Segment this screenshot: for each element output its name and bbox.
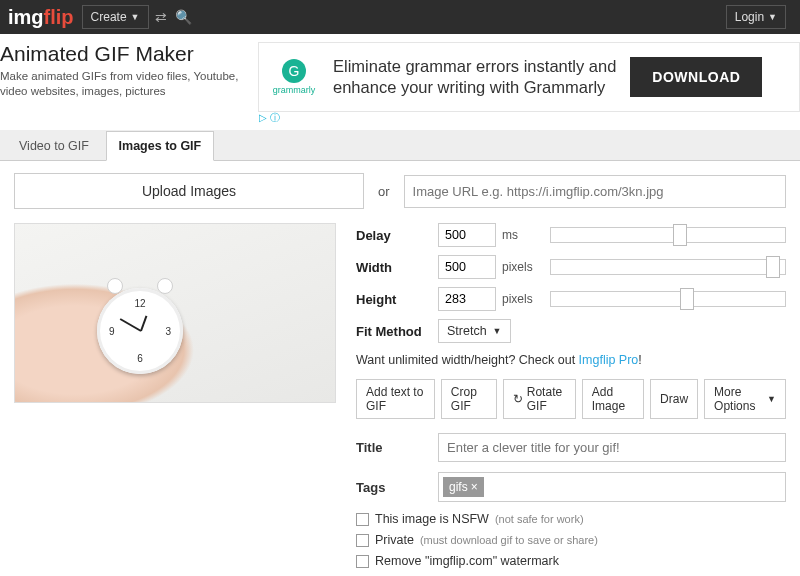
delay-input[interactable]: [438, 223, 496, 247]
chevron-down-icon: ▼: [768, 12, 777, 22]
pro-note: Want unlimited width/height? Check out I…: [356, 353, 786, 367]
or-label: or: [378, 184, 390, 199]
rotate-icon: ↻: [513, 392, 523, 406]
chevron-down-icon: ▼: [767, 394, 776, 404]
page-subtitle: Make animated GIFs from video files, You…: [0, 69, 252, 99]
title-label: Title: [356, 440, 438, 455]
rotate-button[interactable]: ↻Rotate GIF: [503, 379, 576, 419]
search-icon[interactable]: 🔍: [175, 9, 192, 25]
tags-input[interactable]: gifs ×: [438, 472, 786, 502]
tab-video-to-gif[interactable]: Video to GIF: [6, 131, 102, 161]
tab-images-to-gif[interactable]: Images to GIF: [106, 131, 215, 161]
top-nav: imgflip Create ▼ ⇄ 🔍 Login ▼: [0, 0, 800, 34]
delay-slider[interactable]: [550, 227, 786, 243]
create-button[interactable]: Create ▼: [82, 5, 149, 29]
crop-button[interactable]: Crop GIF: [441, 379, 497, 419]
ad-banner[interactable]: Ggrammarly Eliminate grammar errors inst…: [258, 42, 800, 112]
delay-label: Delay: [356, 228, 438, 243]
ad-logo: Ggrammarly: [269, 59, 319, 95]
shuffle-icon[interactable]: ⇄: [155, 9, 167, 25]
tags-label: Tags: [356, 480, 438, 495]
upload-images-button[interactable]: Upload Images: [14, 173, 364, 209]
preview-image: 12369: [14, 223, 336, 403]
tag-chip[interactable]: gifs ×: [443, 477, 484, 497]
title-input[interactable]: [438, 433, 786, 462]
image-url-input[interactable]: [404, 175, 786, 208]
width-label: Width: [356, 260, 438, 275]
private-checkbox[interactable]: Private (must download gif to save or sh…: [356, 533, 786, 547]
ad-text: Eliminate grammar errors instantly anden…: [333, 56, 616, 97]
fit-method-select[interactable]: Stretch▼: [438, 319, 511, 343]
logo[interactable]: imgflip: [8, 6, 74, 29]
height-input[interactable]: [438, 287, 496, 311]
more-options-button[interactable]: More Options ▼: [704, 379, 786, 419]
adchoices-icon[interactable]: ▷ ⓘ: [259, 111, 280, 125]
add-image-button[interactable]: Add Image: [582, 379, 644, 419]
login-button[interactable]: Login ▼: [726, 5, 786, 29]
page-title: Animated GIF Maker: [0, 42, 252, 66]
width-slider[interactable]: [550, 259, 786, 275]
chevron-down-icon: ▼: [131, 12, 140, 22]
add-text-button[interactable]: Add text to GIF: [356, 379, 435, 419]
chevron-down-icon: ▼: [493, 326, 502, 336]
imgflip-pro-link[interactable]: Imgflip Pro: [579, 353, 639, 367]
draw-button[interactable]: Draw: [650, 379, 698, 419]
remove-watermark-checkbox[interactable]: Remove "imgflip.com" watermark: [356, 554, 786, 568]
remove-tag-icon[interactable]: ×: [471, 480, 478, 494]
fit-method-label: Fit Method: [356, 324, 438, 339]
height-slider[interactable]: [550, 291, 786, 307]
width-input[interactable]: [438, 255, 496, 279]
nsfw-checkbox[interactable]: This image is NSFW (not safe for work): [356, 512, 786, 526]
tabs: Video to GIF Images to GIF: [0, 130, 800, 161]
height-label: Height: [356, 292, 438, 307]
ad-cta-button[interactable]: DOWNLOAD: [630, 57, 762, 97]
